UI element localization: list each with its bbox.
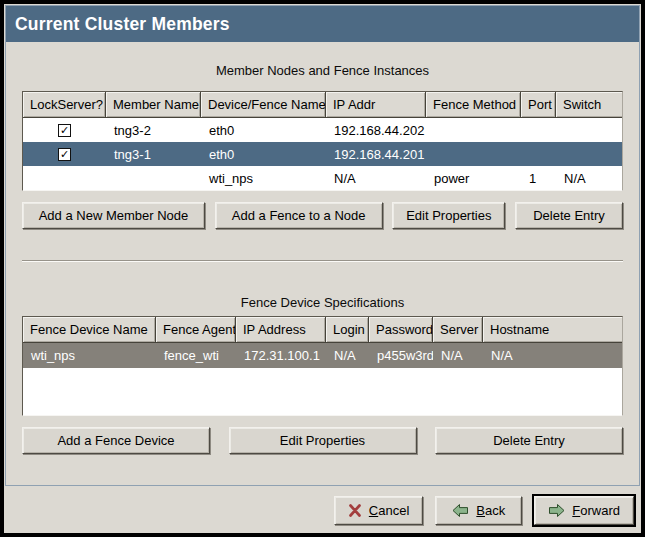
- members-table-header: LockServer? Member Name Device/Fence Nam…: [23, 92, 622, 118]
- cell-hostname: N/A: [483, 343, 622, 368]
- lockserver-checkbox[interactable]: ✓: [58, 124, 71, 137]
- cell-member-name: [106, 166, 201, 190]
- table-row[interactable]: ✓ tng3-2 eth0 192.168.44.202: [23, 118, 622, 142]
- forward-button[interactable]: Forward: [534, 496, 634, 525]
- cell-ip-addr: N/A: [326, 166, 426, 190]
- col-ip-address[interactable]: IP Address: [236, 317, 326, 343]
- check-icon: ✓: [60, 125, 69, 136]
- members-table: LockServer? Member Name Device/Fence Nam…: [22, 91, 623, 191]
- horizontal-separator: [22, 260, 623, 262]
- members-table-body: ✓ tng3-2 eth0 192.168.44.202 ✓ tng3-1 et…: [23, 118, 622, 190]
- forward-label: Forward: [572, 503, 620, 518]
- arrow-left-icon: [452, 503, 469, 518]
- cell-port: [521, 118, 556, 142]
- edit-properties-button[interactable]: Edit Properties: [229, 427, 417, 454]
- fence-table-header: Fence Device Name Fence Agent IP Address…: [23, 317, 622, 343]
- col-server[interactable]: Server: [433, 317, 483, 343]
- cell-password: p455w3rd: [369, 343, 433, 368]
- cell-login: N/A: [326, 343, 369, 368]
- check-icon: ✓: [60, 149, 69, 160]
- cancel-button[interactable]: Cancel: [334, 496, 423, 525]
- members-section-title: Member Nodes and Fence Instances: [22, 63, 623, 78]
- action-area: Cancel Back Forward: [4, 486, 641, 533]
- cell-switch: [556, 142, 622, 166]
- table-row[interactable]: wti_nps N/A power 1 N/A: [23, 166, 622, 190]
- col-hostname[interactable]: Hostname: [483, 317, 622, 343]
- delete-entry-button[interactable]: Delete Entry: [515, 202, 623, 229]
- fence-devices-table: Fence Device Name Fence Agent IP Address…: [22, 316, 623, 416]
- fence-section-title: Fence Device Specifications: [22, 295, 623, 310]
- cell-fence-device-name: wti_nps: [23, 343, 156, 368]
- dialog-titlebar: Current Cluster Members: [6, 6, 639, 42]
- lockserver-checkbox[interactable]: ✓: [58, 148, 71, 161]
- cell-fence-method: power: [426, 166, 521, 190]
- col-switch[interactable]: Switch: [556, 92, 622, 118]
- cancel-x-icon: [348, 504, 362, 517]
- col-fence-agent[interactable]: Fence Agent: [156, 317, 236, 343]
- cell-port: [521, 142, 556, 166]
- edit-properties-button[interactable]: Edit Properties: [392, 202, 505, 229]
- dialog-inner: Current Cluster Members Member Nodes and…: [4, 4, 641, 533]
- cell-device-name: eth0: [201, 118, 326, 142]
- cell-ip-address: 172.31.100.1: [236, 343, 326, 368]
- cell-switch: [556, 118, 622, 142]
- empty-table-area: [23, 368, 622, 415]
- arrow-right-icon: [548, 503, 565, 518]
- fence-table-body: wti_nps fence_wti 172.31.100.1 N/A p455w…: [23, 343, 622, 415]
- add-member-node-button[interactable]: Add a New Member Node: [22, 202, 205, 229]
- cancel-label: Cancel: [369, 503, 409, 518]
- content-area: Member Nodes and Fence Instances LockSer…: [6, 42, 639, 485]
- back-button[interactable]: Back: [435, 496, 522, 525]
- cell-fence-agent: fence_wti: [156, 343, 236, 368]
- cell-ip-addr: 192.168.44.202: [326, 118, 426, 142]
- cell-lockserver: [23, 166, 106, 190]
- cell-device-name: eth0: [201, 142, 326, 166]
- dialog-window: Current Cluster Members Member Nodes and…: [0, 0, 645, 537]
- main-frame: Current Cluster Members Member Nodes and…: [5, 5, 640, 486]
- table-row-selected[interactable]: wti_nps fence_wti 172.31.100.1 N/A p455w…: [23, 343, 622, 368]
- cell-fence-method: [426, 118, 521, 142]
- cell-member-name: tng3-2: [106, 118, 201, 142]
- add-fence-to-node-button[interactable]: Add a Fence to a Node: [215, 202, 383, 229]
- col-member-name[interactable]: Member Name: [106, 92, 201, 118]
- col-fence-device-name[interactable]: Fence Device Name: [23, 317, 156, 343]
- cell-member-name: tng3-1: [106, 142, 201, 166]
- col-lockserver[interactable]: LockServer?: [23, 92, 106, 118]
- col-port[interactable]: Port: [521, 92, 556, 118]
- add-fence-device-button[interactable]: Add a Fence Device: [22, 427, 210, 454]
- col-login[interactable]: Login: [326, 317, 369, 343]
- fence-buttons: Add a Fence Device Edit Properties Delet…: [22, 427, 623, 454]
- cell-fence-method: [426, 142, 521, 166]
- col-ip-addr[interactable]: IP Addr: [326, 92, 426, 118]
- dialog-title: Current Cluster Members: [15, 14, 230, 35]
- back-label: Back: [476, 503, 505, 518]
- cell-switch: N/A: [556, 166, 622, 190]
- cell-port: 1: [521, 166, 556, 190]
- members-buttons: Add a New Member Node Add a Fence to a N…: [22, 202, 623, 229]
- cell-device-name: wti_nps: [201, 166, 326, 190]
- col-password[interactable]: Password: [369, 317, 433, 343]
- col-fence-method[interactable]: Fence Method: [426, 92, 521, 118]
- col-device-fence-name[interactable]: Device/Fence Name: [201, 92, 326, 118]
- delete-entry-button[interactable]: Delete Entry: [435, 427, 623, 454]
- table-row-selected[interactable]: ✓ tng3-1 eth0 192.168.44.201: [23, 142, 622, 166]
- cell-ip-addr: 192.168.44.201: [326, 142, 426, 166]
- cell-server: N/A: [433, 343, 483, 368]
